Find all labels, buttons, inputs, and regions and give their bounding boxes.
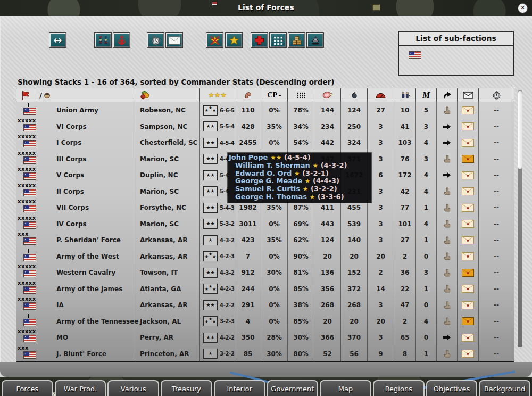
star-enabled-button[interactable] <box>226 33 242 47</box>
table-row[interactable]: Army of the TennesseeJackson, AL★★★3-2-3… <box>16 314 514 330</box>
table-scrollbar[interactable] <box>518 90 522 347</box>
mail-cell[interactable] <box>458 346 479 362</box>
unit-cell[interactable]: xxxxxII Corps <box>16 184 135 200</box>
unit-cell[interactable]: xxxP. Sheridan' Force <box>16 232 135 249</box>
mail-cell[interactable] <box>458 281 479 298</box>
posture-cell[interactable] <box>437 297 458 314</box>
mail-cell[interactable] <box>458 135 479 151</box>
unit-cell[interactable]: Army of the Tennessee <box>16 314 135 330</box>
mail-cell[interactable] <box>458 184 479 200</box>
header-posture[interactable] <box>437 88 458 102</box>
tab-regions[interactable]: Regions <box>373 380 425 396</box>
pocket-watch-button[interactable] <box>147 33 164 47</box>
posture-cell[interactable] <box>437 184 458 200</box>
mail-cell[interactable] <box>458 102 479 119</box>
header-ammo[interactable] <box>341 88 368 102</box>
posture-cell[interactable] <box>437 119 458 135</box>
posture-cell[interactable] <box>437 346 458 362</box>
mail-cell[interactable] <box>458 329 479 346</box>
table-row[interactable]: xxxxxMOPerry, AR★★4-2-235028%30%36637036… <box>16 329 514 346</box>
mail-cell[interactable] <box>458 249 479 265</box>
table-row[interactable]: xxxxxIAArkansas, AR★★4-2-22910%38%268268… <box>16 297 514 314</box>
mail-cell[interactable] <box>458 167 479 184</box>
unit-cell[interactable]: Union Army <box>16 102 135 119</box>
header-location[interactable] <box>135 88 200 102</box>
posture-cell[interactable] <box>437 200 458 216</box>
posture-cell[interactable] <box>437 249 458 265</box>
medical-cross-button[interactable] <box>251 33 268 47</box>
mail-cell[interactable] <box>458 232 479 249</box>
unit-cell[interactable]: xxxxxMO <box>16 329 135 346</box>
tab-various[interactable]: Various <box>107 380 159 396</box>
tab-government[interactable]: Government <box>267 380 319 396</box>
grid-dots-button[interactable] <box>270 33 286 47</box>
header-movement[interactable]: M <box>416 88 437 102</box>
tab-objectives[interactable]: Objectives <box>426 380 478 396</box>
table-row[interactable]: Union ArmyRobeson, NC★★★6-6-51100%78%144… <box>16 102 514 119</box>
unit-cell[interactable]: xxxxxV Corps <box>16 167 135 184</box>
unit-cell[interactable]: xxxxxArmy of the James <box>16 281 135 298</box>
mail-cell[interactable] <box>458 216 479 233</box>
unit-cell[interactable]: xxxxxI Corps <box>16 135 135 151</box>
posture-cell[interactable] <box>437 102 458 119</box>
close-icon[interactable]: ✕ <box>518 3 528 13</box>
tab-war-prod[interactable]: War Prod. <box>55 380 106 396</box>
unit-cell[interactable]: xxxxxIII Corps <box>16 151 135 168</box>
mail-cell[interactable] <box>458 265 479 281</box>
table-row[interactable]: xxxP. Sheridan' ForceArkansas, AR★4-3-24… <box>16 232 514 249</box>
posture-cell[interactable] <box>437 232 458 249</box>
header-unit-name[interactable]: / <box>35 88 135 102</box>
tab-interior[interactable]: Interior <box>214 380 265 396</box>
header-clock[interactable] <box>479 88 514 102</box>
mail-cell[interactable] <box>458 314 479 330</box>
table-row[interactable]: Army of the WestArkansas, AR★★★4-2-370%9… <box>16 249 514 265</box>
tab-treasury[interactable]: Treasury <box>161 380 212 396</box>
posture-cell[interactable] <box>437 167 458 184</box>
header-speed[interactable] <box>368 88 394 102</box>
posture-cell[interactable] <box>437 265 458 281</box>
mail-cell[interactable] <box>458 151 479 168</box>
tab-map[interactable]: Map <box>320 380 371 396</box>
table-row[interactable]: xxxxxI CorpsChesterfield, SC★★4-5-424550… <box>16 135 514 151</box>
header-cohesion[interactable] <box>288 88 314 102</box>
posture-cell[interactable] <box>437 281 458 298</box>
fleet-ship-button[interactable] <box>307 33 323 47</box>
supply-crates-button[interactable] <box>288 33 305 47</box>
posture-cell[interactable] <box>437 216 458 233</box>
mail-cell[interactable] <box>458 297 479 314</box>
posture-cell[interactable] <box>437 135 458 151</box>
unit-cell[interactable]: xxxxxVI Corps <box>16 119 135 135</box>
posture-cell[interactable] <box>437 329 458 346</box>
table-row[interactable]: xxxxxIV CorpsMarion, SC★★5-3-230110%69%4… <box>16 216 514 233</box>
unit-cell[interactable]: xxxJ. Blunt' Force <box>16 346 135 362</box>
star-disabled-button[interactable] <box>206 33 223 47</box>
header-messages[interactable] <box>458 88 479 102</box>
posture-cell[interactable] <box>437 151 458 168</box>
unit-cell[interactable]: Army of the West <box>16 249 135 265</box>
unit-cell[interactable]: xxxxxWestern Cavalry <box>16 265 135 281</box>
naval-anchor-button[interactable] <box>113 33 130 47</box>
header-power[interactable] <box>235 88 261 102</box>
mail-cell[interactable] <box>458 119 479 135</box>
table-row[interactable]: xxxJ. Blunt' ForcePrinceton, AR★3-2-2853… <box>16 346 514 362</box>
header-commander-stars[interactable]: ★★★ <box>200 88 235 102</box>
land-units-button[interactable] <box>95 33 111 47</box>
posture-cell[interactable] <box>437 314 458 330</box>
mail-cell[interactable] <box>458 200 479 216</box>
scrollbar-thumb[interactable] <box>518 90 522 169</box>
header-command-points[interactable]: CP - <box>261 88 288 102</box>
table-row[interactable]: xxxxxVI CorpsSampson, NC★★5-5-442835%34%… <box>16 119 514 135</box>
tab-background[interactable]: Background <box>479 380 530 396</box>
tab-forces[interactable]: Forces <box>2 380 53 396</box>
table-row[interactable]: xxxxxArmy of the JamesAtlanta, GA★★★4-2-… <box>16 281 514 298</box>
header-men[interactable] <box>394 88 416 102</box>
unit-cell[interactable]: xxxxxVII Corps <box>16 200 135 216</box>
header-faction[interactable] <box>16 88 35 102</box>
unit-cell[interactable]: xxxxxIV Corps <box>16 216 135 233</box>
message-envelope-button[interactable] <box>166 33 182 47</box>
unit-cell[interactable]: xxxxxIA <box>16 297 135 314</box>
usa-flag-icon[interactable] <box>409 51 421 59</box>
header-food[interactable] <box>314 88 341 102</box>
swap-arrows-button[interactable]: ↔ <box>49 33 66 47</box>
table-row[interactable]: xxxxxWestern CavalryTowson, IT★★4-3-2912… <box>16 265 514 281</box>
